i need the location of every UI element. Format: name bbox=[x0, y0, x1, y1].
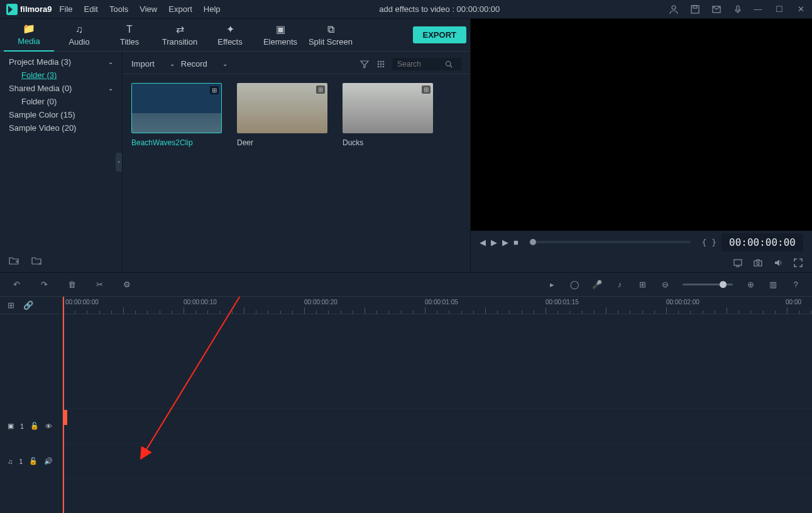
sidebar-label: Project Media (3) bbox=[9, 57, 71, 67]
undo-icon[interactable]: ↶ bbox=[11, 280, 21, 290]
media-item-beachwaves[interactable]: ⊞ BeachWaves2Clip bbox=[131, 83, 222, 147]
preview-scrubber[interactable] bbox=[530, 241, 691, 243]
grid-icon: ⧉ bbox=[327, 24, 334, 35]
prev-button[interactable]: ◀ bbox=[480, 238, 486, 247]
mic-icon[interactable] bbox=[733, 4, 743, 14]
redo-icon[interactable]: ↷ bbox=[39, 280, 49, 290]
snapshot-icon[interactable] bbox=[753, 258, 763, 268]
render-preview-icon[interactable]: ▸ bbox=[547, 280, 557, 290]
close-button[interactable]: ✕ bbox=[796, 4, 806, 14]
tab-label: Titles bbox=[120, 37, 140, 47]
search-box[interactable] bbox=[392, 58, 461, 70]
preview-panel: ◀ ▶ ▶ ■ { } 00:00:00:00 bbox=[471, 19, 812, 272]
menu-help[interactable]: Help bbox=[204, 4, 221, 14]
mute-icon[interactable]: 🔊 bbox=[44, 457, 53, 465]
track-lane-spacer[interactable] bbox=[63, 314, 812, 409]
search-input[interactable] bbox=[397, 60, 441, 69]
timeline-tracks[interactable]: 00:00:00:00 00:00:00:10 00:00:00:20 00:0… bbox=[63, 297, 812, 513]
message-icon[interactable] bbox=[711, 4, 721, 14]
volume-icon[interactable] bbox=[773, 258, 783, 268]
video-track-lane[interactable] bbox=[63, 409, 812, 444]
sidebar-label: Sample Video (20) bbox=[9, 123, 76, 133]
timeline-view-icon[interactable]: ▥ bbox=[768, 280, 778, 290]
sidebar-label: Folder (0) bbox=[21, 97, 57, 106]
menu-view[interactable]: View bbox=[140, 4, 157, 14]
shield-icon[interactable]: ◯ bbox=[569, 280, 579, 290]
sidebar-item-folder-3[interactable]: Folder (3) bbox=[0, 69, 122, 82]
add-folder-icon[interactable] bbox=[9, 256, 19, 266]
export-button[interactable]: EXPORT bbox=[413, 26, 466, 43]
minimize-button[interactable]: — bbox=[753, 4, 763, 14]
record-dropdown[interactable]: Record⌄ bbox=[181, 59, 228, 69]
lock-icon[interactable]: 🔓 bbox=[29, 457, 38, 465]
tab-elements[interactable]: ▣Elements bbox=[255, 19, 305, 52]
timeline-panel: ↶ ↷ 🗑 ✂ ⚙ ▸ ◯ 🎤 ♪ ⊞ ⊖ ⊕ ▥ ? ⊞ 🔗 ▣ 1 bbox=[0, 272, 812, 513]
tab-label: Split Screen bbox=[309, 37, 353, 47]
lock-icon[interactable]: 🔓 bbox=[30, 422, 39, 430]
save-icon[interactable] bbox=[690, 4, 700, 14]
media-toolbar: Import⌄ Record⌄ bbox=[123, 54, 470, 74]
visibility-icon[interactable]: 👁 bbox=[45, 422, 52, 430]
voiceover-icon[interactable]: 🎤 bbox=[592, 280, 602, 290]
delete-icon[interactable]: 🗑 bbox=[67, 280, 77, 290]
menu-file[interactable]: File bbox=[60, 4, 73, 14]
menu-export[interactable]: Export bbox=[168, 4, 192, 14]
grid-view-icon[interactable] bbox=[376, 59, 386, 69]
audio-mixer-icon[interactable]: ♪ bbox=[615, 280, 625, 290]
zoom-in-icon[interactable]: ⊕ bbox=[745, 280, 755, 290]
audio-track-lane[interactable] bbox=[63, 444, 812, 479]
playhead[interactable] bbox=[63, 297, 64, 513]
timeline-ruler[interactable]: 00:00:00:00 00:00:00:10 00:00:00:20 00:0… bbox=[63, 297, 812, 314]
delete-folder-icon[interactable] bbox=[31, 256, 41, 266]
video-track-header[interactable]: ▣ 1 🔓 👁 bbox=[0, 409, 62, 444]
filter-icon[interactable] bbox=[359, 59, 370, 69]
sidebar-item-shared-media[interactable]: Shared Media (0)⌄ bbox=[0, 82, 122, 95]
window-controls-extra bbox=[669, 4, 743, 14]
folder-icon: 📁 bbox=[23, 23, 35, 35]
sidebar-item-folder-0[interactable]: Folder (0) bbox=[0, 95, 122, 108]
help-icon[interactable]: ? bbox=[791, 280, 801, 290]
step-back-button[interactable]: ▶ bbox=[491, 238, 497, 247]
play-button[interactable]: ▶ bbox=[502, 238, 508, 247]
user-icon[interactable] bbox=[669, 4, 679, 14]
tab-audio[interactable]: ♫Audio bbox=[54, 19, 104, 52]
sparkle-icon: ✦ bbox=[226, 23, 234, 35]
sidebar-item-sample-color[interactable]: Sample Color (15) bbox=[0, 108, 122, 121]
svg-point-7 bbox=[383, 60, 385, 62]
panel-tabs: 📁Media ♫Audio TTitles ⇄Transition ✦Effec… bbox=[0, 19, 470, 52]
split-view-icon[interactable]: ⊞ bbox=[637, 280, 647, 290]
sidebar-item-sample-video[interactable]: Sample Video (20) bbox=[0, 121, 122, 135]
svg-point-8 bbox=[378, 63, 380, 65]
tab-effects[interactable]: ✦Effects bbox=[205, 19, 255, 52]
menu-edit[interactable]: Edit bbox=[84, 4, 98, 14]
import-dropdown[interactable]: Import⌄ bbox=[131, 59, 175, 69]
fullscreen-icon[interactable] bbox=[793, 258, 803, 268]
tab-media[interactable]: 📁Media bbox=[4, 19, 54, 52]
menu-tools[interactable]: Tools bbox=[109, 4, 128, 14]
svg-point-0 bbox=[672, 6, 676, 9]
maximize-button[interactable]: ☐ bbox=[774, 4, 784, 14]
add-track-icon[interactable]: ⊞ bbox=[6, 301, 15, 310]
media-name: BeachWaves2Clip bbox=[131, 138, 222, 147]
media-item-ducks[interactable]: ⊞ Ducks bbox=[343, 83, 433, 147]
media-item-deer[interactable]: ⊞ Deer bbox=[237, 83, 327, 147]
preview-screen[interactable] bbox=[471, 19, 812, 231]
zoom-out-icon[interactable]: ⊖ bbox=[660, 280, 670, 290]
audio-track-header[interactable]: ♫ 1 🔓 🔊 bbox=[0, 444, 62, 479]
collapse-handle[interactable]: ‹ bbox=[116, 153, 122, 172]
adjust-icon[interactable]: ⚙ bbox=[122, 280, 132, 290]
tab-transition[interactable]: ⇄Transition bbox=[155, 19, 205, 52]
cut-icon[interactable]: ✂ bbox=[94, 280, 104, 290]
tab-titles[interactable]: TTitles bbox=[104, 19, 155, 52]
ruler-label: 00:00:01:05 bbox=[425, 299, 458, 306]
ruler-label: 00:00:00:20 bbox=[304, 299, 337, 306]
zoom-slider[interactable] bbox=[683, 284, 733, 285]
tab-splitscreen[interactable]: ⧉Split Screen bbox=[305, 19, 356, 52]
quality-icon[interactable] bbox=[733, 258, 743, 268]
link-icon[interactable]: 🔗 bbox=[24, 301, 33, 310]
record-label: Record bbox=[181, 59, 207, 69]
playhead-marker[interactable] bbox=[63, 410, 67, 425]
stop-button[interactable]: ■ bbox=[513, 238, 518, 247]
sidebar-item-project-media[interactable]: Project Media (3)⌄ bbox=[0, 55, 122, 69]
ruler-label: 00:00:01:15 bbox=[546, 299, 579, 306]
